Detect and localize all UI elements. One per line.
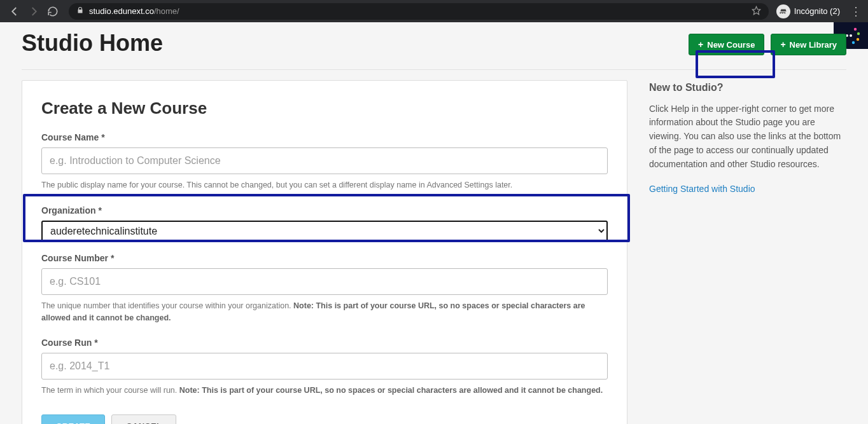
helper-bold: Note: This is part of your course URL, s… [179, 386, 603, 395]
plus-icon: + [780, 39, 785, 50]
separator [22, 69, 846, 70]
field-course-name: Course Name * The public display name fo… [41, 132, 608, 191]
panel-title: Create a New Course [41, 99, 608, 118]
field-course-run: Course Run * The term in which your cour… [41, 338, 608, 397]
label-text: Course Name [41, 132, 99, 142]
bookmark-icon[interactable] [752, 6, 761, 17]
label-text: Course Run [41, 338, 92, 348]
new-library-label: New Library [790, 40, 837, 50]
plus-icon: + [698, 39, 703, 50]
required-mark: * [98, 205, 101, 215]
course-name-helper: The public display name for your course.… [41, 179, 608, 191]
browser-nav [6, 3, 61, 20]
page-title: Studio Home [22, 30, 689, 57]
required-mark: * [111, 253, 114, 263]
url-path: /home/ [154, 6, 179, 16]
back-button[interactable] [6, 3, 23, 20]
new-course-label: New Course [707, 40, 755, 50]
course-run-label: Course Run * [41, 338, 608, 348]
course-number-helper: The unique number that identifies your c… [41, 300, 608, 324]
url-host: studio.edunext.co [89, 6, 154, 16]
incognito-icon [776, 4, 790, 18]
course-number-label: Course Number * [41, 253, 608, 263]
organization-select[interactable]: auderetechnicalinstitute [41, 221, 608, 242]
course-name-input[interactable] [41, 147, 608, 174]
sidebar-help: New to Studio? Click Help in the upper-r… [649, 80, 846, 424]
getting-started-link[interactable]: Getting Started with Studio [649, 182, 755, 196]
svg-marker-0 [752, 6, 760, 15]
create-button[interactable]: CREATE [41, 414, 105, 424]
field-course-number: Course Number * The unique number that i… [41, 253, 608, 324]
sidebar-body: Click Help in the upper-right corner to … [649, 102, 846, 171]
label-text: Course Number [41, 253, 108, 263]
helper-plain: The unique number that identifies your c… [41, 301, 293, 310]
required-mark: * [94, 338, 97, 348]
new-library-button[interactable]: + New Library [771, 34, 846, 55]
field-organization: Organization * auderetechnicalinstitute [41, 205, 608, 242]
incognito-label: Incógnito (2) [794, 6, 840, 16]
lock-icon [76, 6, 84, 16]
organization-label: Organization * [41, 205, 608, 215]
course-run-input[interactable] [41, 353, 608, 380]
forward-button[interactable] [25, 3, 42, 20]
label-text: Organization [41, 205, 96, 215]
course-name-label: Course Name * [41, 132, 608, 142]
helper-plain: The term in which your course will run. [41, 386, 179, 395]
required-mark: * [101, 132, 104, 142]
course-number-input[interactable] [41, 268, 608, 295]
browser-chrome: studio.edunext.co/home/ Incógnito (2) ⋮ [0, 0, 868, 22]
course-run-helper: The term in which your course will run. … [41, 385, 608, 397]
create-course-panel: Create a New Course Course Name * The pu… [22, 80, 627, 424]
cancel-button[interactable]: CANCEL [111, 414, 176, 424]
new-course-button[interactable]: + New Course [689, 34, 764, 55]
reload-button[interactable] [45, 3, 61, 20]
sidebar-title: New to Studio? [649, 80, 846, 96]
url-bar[interactable]: studio.edunext.co/home/ [69, 3, 769, 20]
incognito-indicator[interactable]: Incógnito (2) [776, 4, 840, 18]
